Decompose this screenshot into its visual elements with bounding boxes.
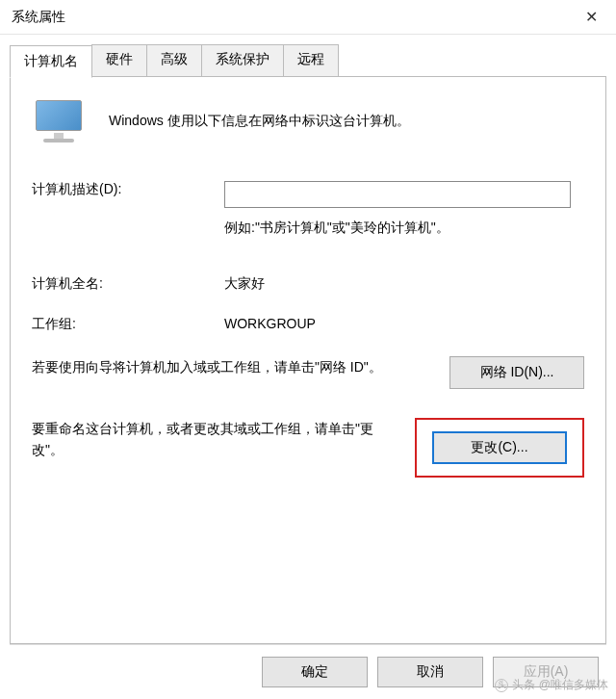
description-input[interactable] (224, 181, 571, 208)
change-button[interactable]: 更改(C)... (432, 431, 567, 464)
full-name-label: 计算机全名: (32, 275, 224, 293)
highlight-annotation: 更改(C)... (415, 418, 584, 478)
tab-computer-name[interactable]: 计算机名 (10, 45, 92, 78)
tab-remote[interactable]: 远程 (283, 44, 339, 77)
window-title: 系统属性 (12, 9, 65, 26)
change-text: 要重命名这台计算机，或者更改其域或工作组，请单击"更改"。 (32, 418, 415, 461)
description-label: 计算机描述(D): (32, 181, 224, 208)
network-id-button[interactable]: 网络 ID(N)... (449, 356, 584, 389)
tab-hardware[interactable]: 硬件 (91, 44, 147, 77)
full-name-value: 大家好 (224, 275, 584, 293)
tab-panel: Windows 使用以下信息在网络中标识这台计算机。 计算机描述(D): 例如:… (10, 76, 606, 644)
watermark-icon: 头 (495, 679, 508, 692)
titlebar: 系统属性 ✕ (0, 0, 616, 35)
content: 计算机名 硬件 高级 系统保护 远程 Windows 使用以下信息在网络中标识这… (0, 35, 616, 699)
tab-advanced[interactable]: 高级 (146, 44, 202, 77)
network-id-text: 若要使用向导将计算机加入域或工作组，请单击"网络 ID"。 (32, 356, 449, 377)
tab-strip: 计算机名 硬件 高级 系统保护 远程 (10, 44, 606, 77)
computer-icon (32, 100, 86, 142)
ok-button[interactable]: 确定 (262, 657, 368, 687)
close-icon[interactable]: ✕ (570, 2, 612, 33)
workgroup-label: 工作组: (32, 316, 224, 333)
tab-system-protection[interactable]: 系统保护 (201, 44, 284, 77)
description-example: 例如:"书房计算机"或"美玲的计算机"。 (224, 220, 584, 237)
workgroup-value: WORKGROUP (224, 316, 584, 333)
cancel-button[interactable]: 取消 (377, 657, 483, 687)
watermark-text: 头条 @唯信多媒体 (512, 677, 608, 693)
intro-text: Windows 使用以下信息在网络中标识这台计算机。 (109, 113, 410, 130)
watermark: 头 头条 @唯信多媒体 (495, 677, 608, 693)
